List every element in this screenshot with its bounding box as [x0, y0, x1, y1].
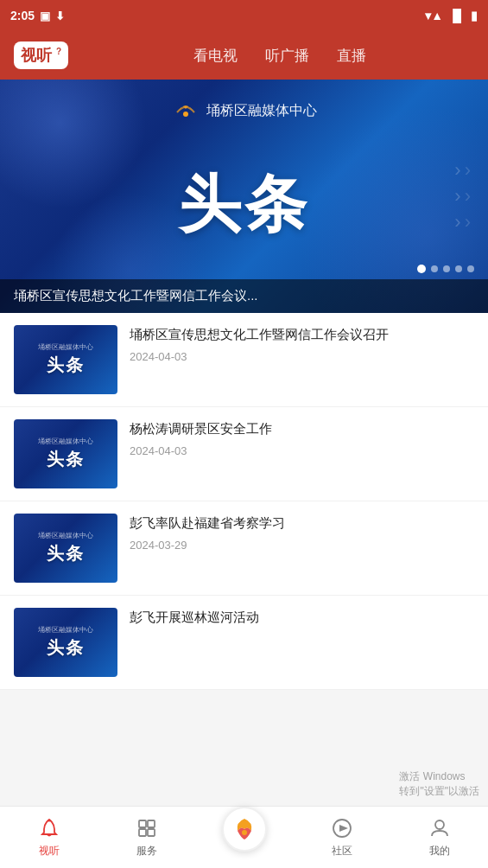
- news-title-1: 埇桥区宣传思想文化工作暨网信工作会议召开: [130, 325, 474, 345]
- thumb-label-3: 头条: [47, 542, 85, 565]
- nav-item-live[interactable]: 直播: [337, 42, 366, 69]
- banner-dot-4[interactable]: [455, 265, 462, 272]
- nav-items: 看电视 听广播 直播: [86, 42, 474, 69]
- banner-dots: [417, 265, 474, 273]
- thumb-logo-text-3: 埇桥区融媒体中心: [38, 531, 93, 540]
- news-date-2: 2024-04-03: [130, 444, 474, 457]
- news-content-1: 埇桥区宣传思想文化工作暨网信工作会议召开 2024-04-03: [130, 325, 474, 363]
- person-icon: [428, 816, 452, 840]
- notification-icon: ▣: [40, 10, 50, 22]
- bottom-nav-label-community: 社区: [332, 844, 352, 858]
- watermark-line2: 转到"设置"以激活: [399, 784, 479, 799]
- news-thumb-4: 埇桥区融媒体中心 头条: [14, 608, 117, 677]
- news-item-2[interactable]: 埇桥区融媒体中心 头条 杨松涛调研景区安全工作 2024-04-03: [0, 407, 488, 501]
- news-thumb-inner-2: 埇桥区融媒体中心 头条: [38, 437, 93, 471]
- bottom-nav-label-profile: 我的: [429, 844, 450, 858]
- status-bar-left: 2:05 ▣ ⬇: [10, 9, 65, 22]
- news-thumb-1: 埇桥区融媒体中心 头条: [14, 325, 117, 394]
- thumb-label-2: 头条: [47, 448, 85, 471]
- home-logo-icon: [222, 807, 267, 852]
- svg-rect-4: [139, 829, 146, 836]
- nav-item-radio[interactable]: 听广播: [265, 42, 309, 69]
- wifi-icon: ▾▲: [425, 9, 443, 22]
- svg-rect-5: [148, 829, 155, 836]
- bottom-nav-label-vishting: 视听: [39, 844, 60, 858]
- svg-marker-8: [339, 825, 348, 832]
- news-item-1[interactable]: 埇桥区融媒体中心 头条 埇桥区宣传思想文化工作暨网信工作会议召开 2024-04…: [0, 313, 488, 407]
- thumb-logo-text-1: 埇桥区融媒体中心: [38, 342, 93, 352]
- news-title-4: 彭飞开展巡林巡河活动: [130, 608, 474, 628]
- news-date-3: 2024-03-29: [130, 539, 474, 552]
- bottom-nav-item-vishting[interactable]: 视听: [0, 811, 98, 864]
- bottom-nav: 视听 服务 社: [0, 806, 488, 868]
- bottom-nav-item-community[interactable]: 社区: [293, 811, 390, 864]
- thumb-logo-text-2: 埇桥区融媒体中心: [38, 437, 93, 446]
- svg-rect-2: [139, 820, 146, 827]
- svg-point-6: [242, 830, 247, 835]
- app-logo[interactable]: 视听 ?: [14, 41, 68, 69]
- news-content-2: 杨松涛调研景区安全工作 2024-04-03: [130, 419, 474, 457]
- battery-icon: ▮: [471, 9, 478, 22]
- grid-icon: [135, 816, 159, 840]
- news-title-2: 杨松涛调研景区安全工作: [130, 419, 474, 439]
- svg-rect-3: [148, 820, 155, 827]
- banner-dot-1[interactable]: [417, 265, 426, 273]
- banner-chevrons: › › › › › ›: [454, 159, 471, 233]
- media-center-branding: 埇桥区融媒体中心: [172, 97, 317, 124]
- banner-dot-5[interactable]: [467, 265, 474, 272]
- bottom-nav-label-service: 服务: [136, 844, 157, 858]
- news-title-3: 彭飞率队赴福建省考察学习: [130, 514, 474, 533]
- media-logo-icon: [172, 97, 200, 124]
- logo-text: 视听: [21, 47, 52, 64]
- news-list: 埇桥区融媒体中心 头条 埇桥区宣传思想文化工作暨网信工作会议召开 2024-04…: [0, 313, 488, 690]
- news-thumb-2: 埇桥区融媒体中心 头条: [14, 419, 117, 488]
- status-bar: 2:05 ▣ ⬇ ▾▲ ▐▌ ▮: [0, 0, 488, 31]
- bell-icon: [37, 816, 61, 840]
- nav-item-watch-tv[interactable]: 看电视: [193, 42, 238, 69]
- signal-icon: ▐▌: [448, 9, 466, 22]
- news-thumb-inner-3: 埇桥区融媒体中心 头条: [38, 531, 93, 565]
- bottom-nav-item-profile[interactable]: 我的: [390, 811, 488, 864]
- thumb-label-4: 头条: [47, 636, 85, 660]
- banner-dot-3[interactable]: [443, 265, 450, 272]
- news-thumb-3: 埇桥区融媒体中心 头条: [14, 514, 117, 583]
- thumb-logo-text-4: 埇桥区融媒体中心: [38, 625, 93, 635]
- news-thumb-inner-1: 埇桥区融媒体中心 头条: [38, 342, 93, 377]
- nav-bar: 视听 ? 看电视 听广播 直播: [0, 31, 488, 80]
- thumb-label-1: 头条: [47, 354, 85, 377]
- svg-point-1: [48, 820, 50, 822]
- svg-point-0: [183, 112, 188, 117]
- news-content-4: 彭飞开展巡林巡河活动: [130, 608, 474, 633]
- banner-caption: 埇桥区宣传思想文化工作暨网信工作会议...: [0, 279, 488, 313]
- status-bar-right: ▾▲ ▐▌ ▮: [425, 9, 478, 22]
- status-time: 2:05: [10, 9, 35, 22]
- banner[interactable]: 埇桥区融媒体中心 头条 › › › › › › 埇桥区宣传思想文化工作暨网信工作…: [0, 80, 488, 313]
- download-icon: ⬇: [55, 10, 65, 22]
- media-center-name: 埇桥区融媒体中心: [206, 102, 317, 120]
- banner-dot-2[interactable]: [431, 265, 438, 272]
- watermark-line1: 激活 Windows: [399, 769, 479, 784]
- svg-point-9: [435, 820, 444, 829]
- news-date-1: 2024-04-03: [130, 350, 474, 363]
- bottom-nav-item-home[interactable]: [195, 817, 293, 858]
- news-item-3[interactable]: 埇桥区融媒体中心 头条 彭飞率队赴福建省考察学习 2024-03-29: [0, 501, 488, 596]
- windows-watermark: 激活 Windows 转到"设置"以激活: [399, 769, 479, 799]
- news-content-3: 彭飞率队赴福建省考察学习 2024-03-29: [130, 514, 474, 552]
- news-thumb-inner-4: 埇桥区融媒体中心 头条: [38, 625, 93, 660]
- play-circle-icon: [330, 816, 354, 840]
- news-item-4[interactable]: 埇桥区融媒体中心 头条 彭飞开展巡林巡河活动: [0, 596, 488, 690]
- bottom-nav-item-service[interactable]: 服务: [98, 811, 195, 864]
